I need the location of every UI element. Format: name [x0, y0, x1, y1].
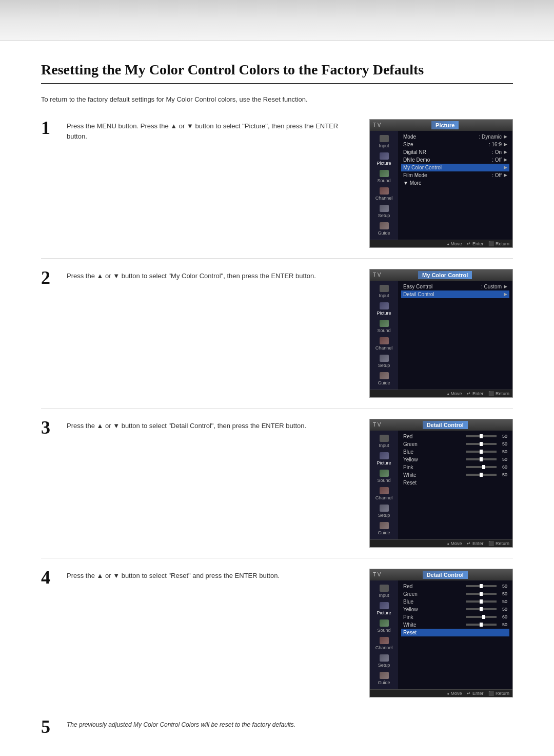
slider-track — [466, 443, 497, 445]
slider-thumb — [480, 607, 483, 611]
slider-track — [466, 435, 497, 437]
tv-main: Red 50 Green — [398, 431, 512, 539]
sidebar-item-guide: Guide — [370, 670, 398, 687]
sidebar-item-setup: Setup — [370, 203, 398, 220]
sound-icon — [380, 320, 389, 327]
slider-track — [466, 585, 497, 587]
input-icon — [380, 285, 389, 292]
footer-item: ↵ Enter — [467, 691, 483, 696]
reset-row: Reset — [401, 479, 509, 487]
menu-row: Detail Control ▶ — [401, 290, 509, 298]
slider-thumb — [480, 584, 483, 588]
sidebar-item-channel: Channel — [370, 335, 398, 353]
tv-sidebar: Input Picture Sound Channel — [370, 281, 398, 390]
sidebar-item-guide: Guide — [370, 520, 398, 537]
sidebar-item-guide: Guide — [370, 220, 398, 238]
guide-icon — [380, 522, 389, 529]
reset-row: Reset — [401, 629, 509, 636]
tv-label: T V — [373, 572, 381, 577]
slider-thumb — [480, 442, 483, 446]
slider-track — [466, 624, 497, 626]
setup-icon — [380, 654, 389, 662]
footer-item: ⬥ Move — [447, 391, 462, 396]
tv-label: T V — [373, 122, 381, 128]
slider-row: Pink 60 — [401, 463, 509, 471]
footer-item: ⬛ Return — [488, 541, 509, 546]
slider-thumb — [480, 457, 483, 461]
footer-item: ⬥ Move — [447, 541, 462, 546]
channel-icon — [380, 187, 389, 195]
tv-body: Input Picture Sound Channel — [370, 580, 512, 689]
tv-body: Input Picture Sound Channel — [370, 431, 512, 539]
slider-row: Red 50 — [401, 433, 509, 440]
sidebar-item-picture: Picture — [370, 600, 398, 617]
slider-bar: 50 — [466, 472, 507, 477]
slider-thumb — [480, 623, 483, 627]
footer-item: ⬥ Move — [447, 691, 462, 696]
menu-title: Detail Control — [423, 571, 468, 579]
sidebar-item-sound: Sound — [370, 168, 398, 185]
tv-main: Red 50 Green — [398, 580, 512, 689]
slider-row: Green 50 — [401, 590, 509, 598]
step-1-text: Press the MENU button. Press the ▲ or ▼ … — [67, 119, 369, 143]
slider-thumb — [482, 615, 485, 619]
slider-track — [466, 616, 497, 618]
step-2-number: 2 — [41, 267, 67, 288]
menu-row: Film Mode : Off▶ — [401, 171, 509, 179]
sidebar-item-picture: Picture — [370, 300, 398, 318]
picture-icon — [380, 152, 389, 160]
slider-thumb — [480, 592, 483, 596]
slider-thumb — [480, 434, 483, 438]
sidebar-item-channel: Channel — [370, 185, 398, 203]
slider-bar: 50 — [466, 584, 507, 589]
tv-screen-4: T V Detail Control Input Picture — [369, 569, 513, 697]
tv-screen-header: T V Detail Control — [370, 419, 512, 431]
slider-row: Blue 50 — [401, 598, 509, 606]
sidebar-item-channel: Channel — [370, 485, 398, 502]
page-title: Resetting the My Color Control Colors to… — [41, 62, 513, 84]
slider-row: Blue 50 — [401, 448, 509, 456]
picture-icon — [380, 452, 389, 459]
menu-row: ▼ More — [401, 179, 509, 187]
slider-row: Green 50 — [401, 440, 509, 448]
slider-row: White 50 — [401, 471, 509, 479]
slider-bar: 50 — [466, 607, 507, 612]
input-icon — [380, 135, 389, 142]
tv-sidebar: Input Picture Sound Channel — [370, 580, 398, 689]
menu-title: Picture — [431, 121, 459, 129]
step-5-row: 5 The previously adjusted My Color Contr… — [41, 718, 513, 738]
footer-item: ↵ Enter — [467, 391, 483, 396]
slider-bar: 50 — [466, 441, 507, 447]
step-2-text: Press the ▲ or ▼ button to select "My Co… — [67, 269, 369, 282]
input-icon — [380, 585, 389, 592]
slider-track — [466, 466, 497, 468]
slider-bar: 50 — [466, 457, 507, 462]
setup-icon — [380, 205, 389, 212]
sound-icon — [380, 170, 389, 177]
setup-icon — [380, 355, 389, 362]
slider-track — [466, 458, 497, 460]
menu-row: Easy Control : Custom▶ — [401, 283, 509, 290]
step-4-text: Press the ▲ or ▼ button to select "Reset… — [67, 569, 369, 581]
slider-thumb — [480, 599, 483, 604]
steps-container: 1 Press the MENU button. Press the ▲ or … — [41, 119, 513, 708]
channel-icon — [380, 487, 389, 494]
step-2-row: 2 Press the ▲ or ▼ button to select "My … — [41, 269, 513, 409]
guide-icon — [380, 372, 389, 379]
slider-bar: 60 — [466, 464, 507, 470]
tv-screen-2: T V My Color Control Input Picture — [369, 269, 513, 398]
slider-thumb — [482, 465, 485, 469]
step-3-row: 3 Press the ▲ or ▼ button to select "Det… — [41, 419, 513, 558]
tv-screen-header: T V Detail Control — [370, 569, 512, 580]
sound-icon — [380, 619, 389, 627]
slider-bar: 50 — [466, 591, 507, 596]
step-1-row: 1 Press the MENU button. Press the ▲ or … — [41, 119, 513, 259]
slider-row: Red 50 — [401, 583, 509, 590]
step-4-row: 4 Press the ▲ or ▼ button to select "Res… — [41, 569, 513, 708]
tv-sidebar: Input Picture Sound Channel — [370, 131, 398, 240]
tv-label: T V — [373, 422, 381, 428]
sidebar-item-picture: Picture — [370, 150, 398, 168]
guide-icon — [380, 222, 389, 229]
guide-icon — [380, 672, 389, 679]
slider-track — [466, 451, 497, 453]
